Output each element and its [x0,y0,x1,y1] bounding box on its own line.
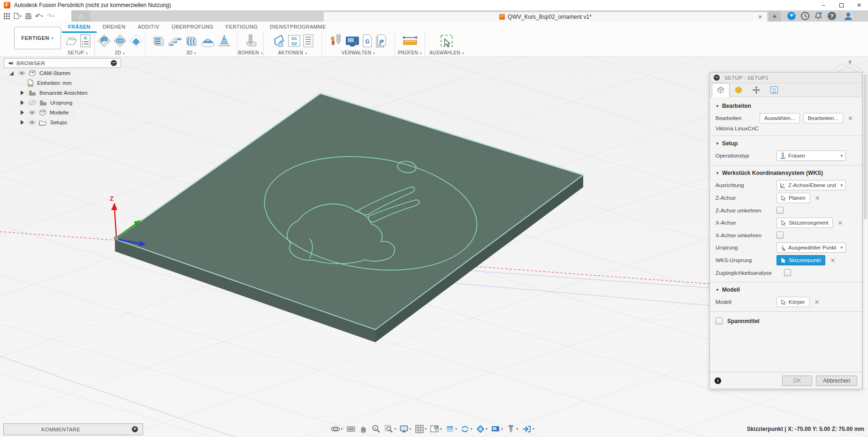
group-2d-label[interactable]: 2D ▾ [115,50,125,56]
group-pruefen-label[interactable]: PRÜFEN ▾ [398,50,422,56]
undo-button[interactable]: ↶ ▾ [34,10,44,22]
collapsed-caret-icon[interactable] [21,120,24,125]
group-auswaehlen-label[interactable]: AUSWÄHLEN ▾ [429,50,464,56]
tree-item-setups[interactable]: Setups [4,118,121,127]
group-aktionen-label[interactable]: AKTIONEN ▾ [278,50,307,56]
dialog-scrollbar-thumb[interactable] [864,74,867,219]
bearbeiten-button[interactable]: Bearbeiten... [803,113,843,123]
clear-selection-icon[interactable]: ✕ [838,219,843,226]
clear-selection-icon[interactable]: ✕ [848,115,853,122]
tree-item-einheiten[interactable]: Einheiten: mm [4,78,121,88]
file-menu-button[interactable]: ▾ [13,10,23,22]
workspace-switcher-fertigen[interactable]: FERTIGEN ▾ [14,27,61,49]
minimize-button[interactable]: – [815,0,832,10]
auswaehlen-button[interactable]: Auswählen... [760,113,800,123]
tab-additiv[interactable]: ADDITIV [131,23,165,33]
x-umkehren-checkbox[interactable] [777,232,784,239]
app-grid-icon[interactable] [3,10,11,22]
steps-button[interactable]: ▾ [444,424,458,434]
z-achse-button[interactable]: Planen [777,193,810,203]
group-setup-label[interactable]: SETUP ▾ [68,50,88,56]
collapsed-caret-icon[interactable] [21,90,24,95]
machine-library-icon[interactable] [344,34,360,48]
spannmittel-checkbox[interactable] [716,317,723,324]
group-3d-label[interactable]: 3D ▾ [186,50,196,56]
tab-ueberpruefung[interactable]: ÜBERPRÜFUNG [166,23,220,33]
extensions-button[interactable] [787,11,796,21]
job-status-clock-button[interactable] [800,11,810,21]
3d-adaptive-icon[interactable] [151,33,166,48]
visibility-off-eye-icon[interactable] [29,100,36,105]
look-at-button[interactable] [345,424,357,434]
machine-view-button[interactable]: ▾ [490,424,504,434]
new-setup-icon[interactable] [64,34,78,48]
tree-item-modelle[interactable]: Modelle [4,108,121,117]
tab-stock[interactable] [730,83,747,97]
display-settings-button[interactable]: ▾ [398,424,412,434]
browser-header[interactable]: ◀◀ BROWSER – [4,58,121,68]
ncprogram-icon[interactable]: G [79,34,91,48]
expanded-caret-icon[interactable] [9,71,14,75]
cancel-button[interactable]: Abbrechen [816,376,857,386]
section-analysis-button[interactable]: ▾ [475,424,489,434]
add-comment-icon[interactable]: + [132,426,138,432]
ursprung-select[interactable]: Ausgewählter Punkt ▾ [777,242,846,253]
2d-pocket-icon[interactable] [113,33,128,48]
maximize-button[interactable] [832,0,850,10]
help-button[interactable]: ? [827,11,837,21]
collapsed-caret-icon[interactable] [21,100,24,105]
tree-item-ursprung[interactable]: Ursprung [4,98,121,107]
redo-button[interactable]: ↷ ▾ [46,10,56,22]
operationstyp-select[interactable]: Fräsen ▾ [777,151,846,161]
clear-selection-icon[interactable]: ✕ [815,299,820,306]
tab-post[interactable]: G1G2 [765,83,783,97]
z-umkehren-checkbox[interactable] [777,207,784,214]
tab-fraesen[interactable]: FRÄSEN [62,23,97,33]
setup-sheet-icon[interactable] [302,34,314,48]
clear-selection-icon[interactable]: ✕ [815,195,820,202]
close-button[interactable]: ✕ [850,0,868,10]
user-avatar[interactable] [843,10,852,20]
home-view-button[interactable]: ⌂ [71,10,90,22]
collapsed-caret-icon[interactable] [21,110,24,115]
setup-dialog-header[interactable]: – SETUP : SETUP1 [710,73,862,83]
post-library-icon[interactable]: G [361,34,373,48]
zoom-button[interactable]: ± [371,424,382,434]
group-verwalten-label[interactable]: VERWALTEN ▾ [342,50,375,56]
tab-fertigung[interactable]: FERTIGUNG [220,23,264,33]
2d-contour-icon[interactable] [129,33,144,48]
3d-scallop-icon[interactable] [200,33,216,48]
zugaenglichkeit-checkbox[interactable] [784,269,791,276]
visibility-eye-icon[interactable] [18,71,25,75]
3d-steps-icon[interactable] [167,33,183,48]
browser-collapse-icon[interactable]: ◀◀ [8,61,12,65]
exit-workspace-button[interactable]: ▾ [520,424,535,434]
browser-minus-icon[interactable]: – [111,60,117,66]
ausrichtung-select[interactable]: Z-Achse/Ebene und ... ▾ [777,180,846,190]
2d-adaptive-icon[interactable] [97,33,112,48]
orbit-button[interactable]: ▾ [330,424,344,434]
dialog-minus-icon[interactable]: – [714,75,720,81]
clear-selection-icon[interactable]: ✕ [830,257,835,264]
pan-button[interactable] [358,424,369,434]
tab-setup[interactable] [712,83,730,97]
template-library-icon[interactable] [374,34,388,48]
plate-top-face[interactable] [115,93,583,330]
bohren-drill-icon[interactable] [243,33,258,48]
section-modell[interactable]: ▼ Modell [716,286,856,293]
x-achse-button[interactable]: Skizzensegment [777,218,833,228]
grid-snap-button[interactable]: ▾ [414,424,428,434]
simulate-icon[interactable] [271,33,286,48]
viewports-button[interactable]: ▾ [429,424,443,434]
postprocess-g1g2-icon[interactable]: G1G2 [287,34,301,48]
document-tab[interactable]: QWV_Kurs_Bsp02_ornament v1* [324,12,767,22]
zoom-window-button[interactable]: ▾ [383,424,397,434]
comments-bar[interactable]: KOMMENTARE + [3,423,143,435]
messen-ruler-icon[interactable] [402,34,419,48]
tree-item-cam-stamm[interactable]: CAM-Stamm [4,68,121,78]
3d-spiral-icon[interactable] [217,33,232,48]
tool-library-icon[interactable] [329,33,343,48]
section-wks[interactable]: ▼ Werkstück Koordinatensystem (WKS) [716,170,856,176]
dialog-scrollbar[interactable] [862,72,868,389]
refresh-button[interactable]: ▾ [459,424,473,434]
